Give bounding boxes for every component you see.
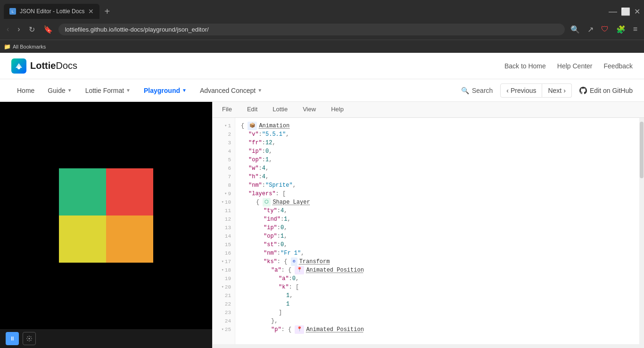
back-to-home-link[interactable]: Back to Home (504, 62, 546, 70)
grid-cell-top-right (106, 168, 153, 215)
active-tab[interactable]: L JSON Editor - Lottie Docs ✕ (4, 4, 99, 19)
chevron-right-icon: › (563, 87, 566, 94)
code-line-18: "a": { 📍Animated Position (235, 266, 639, 274)
help-center-link[interactable]: Help Center (557, 62, 593, 70)
editor-scrollbar[interactable] (639, 118, 644, 344)
home-button[interactable]: 🔖 (41, 23, 56, 36)
search-icon[interactable]: 🔍 (568, 23, 583, 36)
animation-grid (59, 168, 153, 263)
code-line-14: "op": 1, (235, 232, 639, 240)
tab-title: JSON Editor - Lottie Docs (20, 8, 84, 15)
address-bar[interactable] (58, 24, 565, 35)
logo-icon (11, 58, 26, 74)
nav-guide[interactable]: Guide ▼ (42, 83, 77, 98)
bottom-scrollbar[interactable] (213, 344, 644, 348)
code-line-22: 1 (235, 300, 639, 308)
bookmark-all-bookmarks[interactable]: 📁 All Bookmarks (4, 43, 46, 50)
line-num-9: ▾9 (213, 190, 235, 198)
back-button[interactable]: ‹ (4, 23, 12, 35)
chevron-down-icon: ▼ (182, 88, 187, 93)
line-num-24: 24 (213, 317, 235, 325)
line-num-16: 16 (213, 249, 235, 257)
chevron-left-icon: ‹ (506, 87, 509, 94)
line-num-7: 7 (213, 173, 235, 181)
svg-point-0 (17, 66, 20, 69)
tab-view[interactable]: View (295, 102, 323, 117)
new-tab-button[interactable]: + (99, 4, 115, 19)
code-line-21: 1, (235, 291, 639, 300)
edit-on-github-link[interactable]: Edit on GitHub (579, 87, 633, 94)
prev-button[interactable]: ‹ Previous (500, 83, 542, 98)
close-button[interactable]: ✕ (634, 7, 640, 16)
tab-close-button[interactable]: ✕ (88, 8, 94, 15)
tab-favicon: L (9, 8, 16, 15)
code-line-25: "p": { 📍Animated Position (235, 325, 639, 334)
search-icon: 🔍 (461, 87, 469, 94)
tab-lottie[interactable]: Lottie (265, 102, 295, 117)
code-line-17: "ks": { ⊕Transform (235, 257, 639, 266)
refresh-button[interactable]: ↻ (26, 23, 38, 36)
top-nav-links: Back to Home Help Center Feedback (504, 62, 633, 70)
svg-point-1 (29, 338, 30, 340)
minimize-button[interactable]: — (609, 7, 617, 17)
chevron-down-icon: ▼ (126, 88, 131, 93)
maximize-button[interactable]: ⬜ (621, 7, 630, 16)
grid-cell-bottom-left (59, 215, 106, 263)
code-line-19: "a": 0, (235, 274, 639, 283)
logo[interactable]: LottieDocs (11, 58, 77, 74)
line-num-4: 4 (213, 147, 235, 156)
code-line-3: "fr": 12, (235, 139, 639, 147)
code-line-4: "ip": 0, (235, 147, 639, 156)
line-num-12: 12 (213, 215, 235, 224)
code-line-7: "h": 4, (235, 173, 639, 181)
line-num-13: 13 (213, 224, 235, 232)
main-nav-right: 🔍 Search ‹ Previous Next › Edit on GitHu… (461, 83, 633, 98)
settings-button[interactable] (23, 332, 36, 345)
line-num-20: ▾20 (213, 283, 235, 291)
play-pause-button[interactable]: ⏸ (6, 332, 19, 345)
forward-button[interactable]: › (15, 23, 23, 35)
menu-icon[interactable]: ≡ (630, 23, 640, 35)
line-num-6: 6 (213, 164, 235, 173)
tab-help[interactable]: Help (323, 102, 351, 117)
grid-cell-bottom-right (106, 215, 153, 263)
nav-playground[interactable]: Playground ▼ (138, 83, 192, 98)
search-nav-button[interactable]: 🔍 Search (461, 87, 493, 94)
line-num-22: 22 (213, 300, 235, 308)
nav-advanced-concept[interactable]: Advanced Concept ▼ (194, 83, 268, 98)
code-area[interactable]: { 📦Animation "v": "5.5.1", "fr": 12, "ip… (235, 118, 639, 344)
line-num-14: 14 (213, 232, 235, 240)
code-line-11: "ty": 4, (235, 207, 639, 215)
share-icon[interactable]: ↗ (585, 23, 596, 36)
animation-canvas (0, 102, 212, 329)
code-line-6: "w": 4, (235, 164, 639, 173)
code-line-2: "v": "5.5.1", (235, 130, 639, 139)
line-num-19: 19 (213, 274, 235, 283)
nav-home[interactable]: Home (11, 83, 40, 98)
extensions-icon[interactable]: 🧩 (613, 23, 628, 36)
shield-icon[interactable]: 🛡 (598, 23, 611, 35)
next-button[interactable]: Next › (542, 83, 571, 98)
line-num-21: 21 (213, 291, 235, 300)
code-line-8: "nm": "Sprite", (235, 181, 639, 190)
code-line-16: "nm": "Fr 1", (235, 249, 639, 257)
logo-text: LottieDocs (30, 60, 77, 71)
code-line-15: "st": 0, (235, 240, 639, 249)
line-num-18: ▾18 (213, 266, 235, 274)
chevron-down-icon: ▼ (67, 88, 72, 93)
line-num-5: 5 (213, 156, 235, 164)
tab-file[interactable]: File (215, 102, 239, 117)
nav-lottie-format[interactable]: Lottie Format ▼ (80, 83, 136, 98)
code-line-13: "ip": 0, (235, 224, 639, 232)
main-nav: Home Guide ▼ Lottie Format ▼ Playground … (0, 79, 644, 102)
code-line-10: { ⬡Shape Layer (235, 198, 639, 207)
line-num-10: ▾10 (213, 198, 235, 207)
feedback-link[interactable]: Feedback (604, 62, 633, 70)
code-line-1: { 📦Animation (235, 122, 639, 130)
line-num-17: ▾17 (213, 257, 235, 266)
tab-edit[interactable]: Edit (239, 102, 265, 117)
animation-controls: ⏸ (0, 329, 212, 348)
grid-cell-top-left (59, 168, 106, 215)
line-num-15: 15 (213, 240, 235, 249)
code-line-12: "ind": 1, (235, 215, 639, 224)
